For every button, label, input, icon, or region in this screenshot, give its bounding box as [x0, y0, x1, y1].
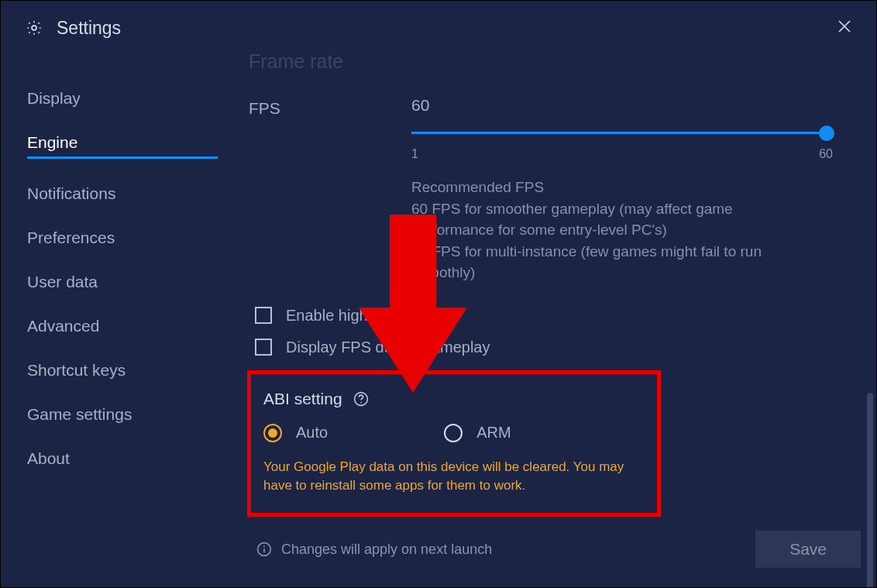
sidebar-item-preferences[interactable]: Preferences [27, 229, 218, 247]
checkbox-box-icon [255, 339, 272, 356]
abi-radio-group: Auto ARM [263, 424, 641, 442]
sidebar-item-engine[interactable]: Engine [27, 133, 218, 159]
checkbox-label: Display FPS during gameplay [286, 339, 490, 356]
radio-unselected-icon [444, 424, 463, 442]
scrollbar[interactable] [867, 393, 873, 588]
body: Display Engine Notifications Preferences… [1, 52, 876, 587]
recommended-heading: Recommended FPS [411, 177, 776, 198]
sidebar: Display Engine Notifications Preferences… [1, 52, 218, 587]
radio-selected-icon [263, 424, 282, 442]
abi-heading: ABI setting [263, 390, 342, 408]
sidebar-item-user-data[interactable]: User data [27, 273, 218, 291]
radio-auto[interactable]: Auto [263, 424, 328, 442]
radio-label: Auto [296, 424, 328, 442]
slider-min-label: 1 [411, 147, 418, 161]
slider-bounds: 1 60 [411, 147, 833, 161]
sidebar-item-shortcut-keys[interactable]: Shortcut keys [27, 361, 218, 380]
abi-section: ABI setting Auto [247, 370, 661, 518]
fps-row: FPS 60 1 60 Recommended FPS 60 FPS for s… [249, 96, 853, 284]
radio-arm[interactable]: ARM [444, 424, 511, 442]
abi-warning-text: Your Google Play data on this device wil… [263, 458, 635, 495]
fps-right: 60 1 60 Recommended FPS 60 FPS for smoot… [411, 96, 853, 284]
content-panel: Frame rate FPS 60 1 60 Recommended FPS [218, 52, 876, 587]
checkbox-box-icon [255, 307, 272, 324]
recommended-fps-block: Recommended FPS 60 FPS for smoother game… [411, 177, 776, 284]
sidebar-item-game-settings[interactable]: Game settings [27, 405, 218, 424]
sidebar-item-display[interactable]: Display [27, 89, 218, 108]
fps-slider[interactable] [411, 126, 833, 141]
slider-thumb[interactable] [819, 126, 834, 141]
footer-info-text: Changes will apply on next launch [281, 542, 755, 558]
abi-heading-row: ABI setting [263, 390, 641, 408]
settings-window: Settings Display Engine Notifications Pr… [1, 1, 876, 587]
slider-max-label: 60 [819, 147, 833, 161]
fps-label: FPS [249, 96, 411, 284]
help-icon[interactable] [353, 391, 369, 407]
close-button[interactable] [830, 13, 859, 43]
titlebar: Settings [1, 1, 876, 52]
save-button[interactable]: Save [755, 531, 861, 568]
checkbox-display-fps[interactable]: Display FPS during gameplay [255, 339, 853, 356]
radio-label: ARM [476, 424, 511, 442]
sidebar-item-about[interactable]: About [27, 449, 218, 468]
slider-track [411, 132, 833, 134]
recommended-line-1: 60 FPS for smoother gameplay (may affect… [411, 198, 776, 241]
radio-dot-icon [268, 428, 277, 438]
gear-icon [26, 19, 43, 36]
sidebar-item-advanced[interactable]: Advanced [27, 317, 218, 335]
svg-point-0 [32, 26, 36, 30]
info-icon [256, 542, 272, 557]
checkbox-group: Enable high frame rates Display FPS duri… [255, 307, 853, 356]
checkbox-enable-high-fps[interactable]: Enable high frame rates [255, 307, 853, 325]
fps-value: 60 [411, 96, 833, 115]
checkbox-label: Enable high frame rates [286, 307, 450, 325]
sidebar-item-notifications[interactable]: Notifications [27, 184, 218, 203]
footer-row: Changes will apply on next launch Save [256, 531, 853, 568]
svg-point-4 [263, 546, 265, 548]
svg-point-2 [360, 401, 362, 403]
recommended-line-2: 30 FPS for multi-instance (few games mig… [411, 241, 776, 284]
frame-rate-heading: Frame rate [249, 52, 853, 73]
page-title: Settings [57, 18, 830, 39]
